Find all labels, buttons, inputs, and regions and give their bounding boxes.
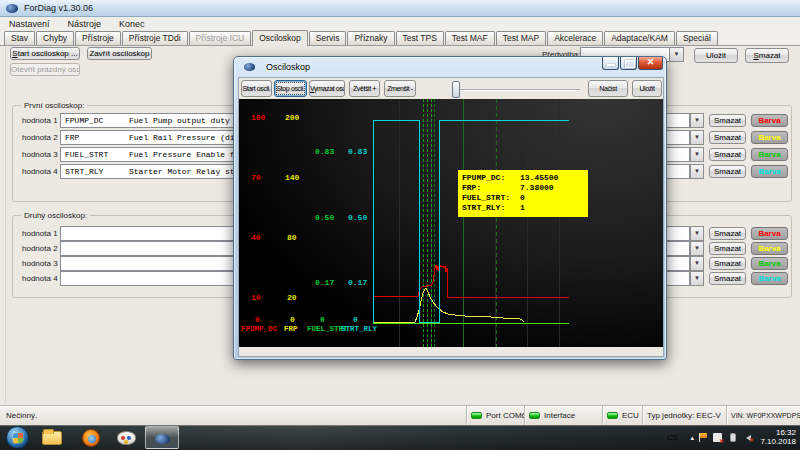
tooltip-value: 1 [520, 203, 525, 212]
status-port: Port COM6 [466, 406, 524, 425]
device-icon[interactable] [730, 433, 736, 442]
maximize-button[interactable] [620, 57, 637, 70]
row-color-button[interactable]: Barva [751, 148, 788, 161]
row-color-button[interactable]: Barva [751, 242, 788, 255]
scale-green: 0.17 [315, 279, 334, 287]
oscilloscope-plot[interactable]: 100 70 40 10 0 200 140 80 20 0 0.83 0.50… [239, 99, 663, 347]
tab-pristroje[interactable]: Přístroje [75, 31, 121, 45]
chevron-down-icon[interactable]: ▼ [690, 226, 704, 241]
dialog-titlebar[interactable]: Osciloskop [244, 62, 310, 72]
chevron-down-icon[interactable]: ▼ [690, 256, 704, 271]
tab-priznaky[interactable]: Příznaky [347, 31, 394, 45]
tab-special[interactable]: Speciál [676, 31, 718, 45]
clock-date: 7.10.2018 [760, 437, 796, 446]
chevron-down-icon[interactable]: ▼ [690, 113, 704, 128]
row-delete-button[interactable]: Smazat [709, 257, 746, 270]
tooltip-name: FUEL_STRT: [462, 193, 520, 202]
marker-lines [423, 99, 496, 347]
row-color-button[interactable]: Barva [751, 165, 788, 178]
preset-delete-button[interactable]: Smazat [745, 48, 789, 63]
row-label: hodnota 3 [22, 150, 58, 159]
security-alert-icon[interactable] [713, 433, 722, 442]
tab-osciloskop[interactable]: Osciloskop [252, 30, 308, 46]
zoom-in-button[interactable]: Zvětšit + [349, 80, 380, 97]
row-delete-button[interactable]: Smazat [709, 148, 746, 161]
chevron-down-icon[interactable]: ▼ [690, 164, 704, 179]
tab-adaptace-kam[interactable]: Adaptace/KAM [604, 31, 675, 45]
interface-led-icon [529, 412, 540, 419]
row-label: hodnota 2 [22, 133, 58, 142]
ulozit-button[interactable]: Uložit [632, 80, 662, 97]
row-delete-button[interactable]: Smazat [709, 114, 746, 127]
start-oscil-button[interactable]: Start oscil. [241, 80, 272, 97]
tab-chyby[interactable]: Chyby [36, 31, 74, 45]
explorer-taskbar-icon[interactable] [42, 431, 62, 445]
row-color-button[interactable]: Barva [751, 272, 788, 285]
tray-expand-arrow-icon[interactable]: ▴ [690, 434, 694, 442]
row-delete-button[interactable]: Smazat [709, 165, 746, 178]
start-button[interactable] [6, 426, 29, 449]
vymazat-oscil-button[interactable]: Vymazat oscil [309, 80, 345, 97]
chevron-down-icon[interactable]: ▼ [690, 271, 704, 286]
paint-taskbar-icon[interactable] [117, 431, 136, 445]
timeline-slider-thumb[interactable] [452, 81, 460, 98]
channel-label-frp: FRP [284, 325, 298, 333]
clock[interactable]: 16:32 7.10.2018 [754, 428, 796, 446]
row-color-button[interactable]: Barva [751, 257, 788, 270]
status-interface-label: Interface [544, 411, 575, 420]
trace-frp [373, 288, 524, 322]
clock-time: 16:32 [776, 428, 796, 437]
zavrit-osciloskop-button[interactable]: Zavřít osciloskop [87, 47, 152, 60]
row-delete-button[interactable]: Smazat [709, 242, 746, 255]
start-osciloskop-button[interactable]: Start osciloskop ... [10, 47, 80, 60]
scope1-title: První osciloskop: [21, 101, 87, 110]
nacist-button[interactable]: Načíst [588, 80, 628, 97]
stop-oscil-button[interactable]: Stop oscil. [274, 80, 307, 97]
action-center-flag-icon[interactable] [699, 433, 708, 442]
menu-nastaveni[interactable]: Nastavení [0, 18, 59, 30]
row-label: hodnota 2 [22, 244, 58, 253]
row-color-button[interactable]: Barva [751, 114, 788, 127]
fordiag-taskbar-button[interactable] [145, 426, 179, 449]
scale-yellow: 80 [287, 234, 297, 242]
minimize-button[interactable] [602, 57, 619, 70]
tab-test-maf[interactable]: Test MAF [445, 31, 495, 45]
chevron-down-icon[interactable]: ▼ [690, 130, 704, 145]
tab-servis[interactable]: Servis [309, 31, 347, 45]
tab-pristroje-tddi[interactable]: Přístroje TDdi [122, 31, 188, 45]
firefox-taskbar-icon[interactable] [82, 429, 100, 447]
scale-cyan: 0 [353, 316, 358, 324]
chevron-down-icon[interactable]: ▼ [690, 147, 704, 162]
scale-cyan: 0.17 [348, 279, 367, 287]
row-delete-button[interactable]: Smazat [709, 272, 746, 285]
status-vin: VIN: WF0PXXWPDPSM7840 [726, 406, 800, 425]
osciloskop-dialog: Osciloskop ✕ Start oscil. Stop oscil. Vy… [233, 56, 667, 360]
tab-akcelerace[interactable]: Akcelerace [547, 31, 603, 45]
param-name: FRP [65, 133, 79, 142]
tab-stav[interactable]: Stav [4, 31, 35, 45]
channel-label-strt-rly: STRT_RLY [341, 325, 377, 333]
preset-save-button[interactable]: Uložit [694, 48, 738, 63]
row-label: hodnota 1 [22, 116, 58, 125]
tab-test-tps[interactable]: Test TPS [396, 31, 444, 45]
language-indicator[interactable]: CS [667, 433, 678, 442]
chevron-down-icon[interactable]: ▼ [690, 241, 704, 256]
scale-cyan: 0.50 [348, 214, 367, 222]
row-delete-button[interactable]: Smazat [709, 227, 746, 240]
trace-strt-rly [373, 120, 569, 323]
timeline-slider-track[interactable] [452, 89, 580, 91]
row-color-button[interactable]: Barva [751, 131, 788, 144]
chevron-down-icon[interactable]: ▼ [669, 48, 683, 61]
otevrit-prazdny-osc-button: Otevřít prázdný osc [10, 63, 80, 76]
menu-konec[interactable]: Konec [110, 18, 154, 30]
zoom-out-button[interactable]: Zmenšit - [384, 80, 416, 97]
status-port-label: Port COM6 [486, 411, 524, 420]
menu-nastroje[interactable]: Nástroje [59, 18, 111, 30]
close-button[interactable]: ✕ [638, 57, 663, 70]
tab-test-map[interactable]: Test MAP [496, 31, 546, 45]
tooltip-name: FPUMP_DC: [462, 173, 520, 182]
tooltip-value: 0 [520, 193, 525, 202]
row-color-button[interactable]: Barva [751, 227, 788, 240]
speaker-muted-icon[interactable] [743, 433, 752, 442]
row-delete-button[interactable]: Smazat [709, 131, 746, 144]
